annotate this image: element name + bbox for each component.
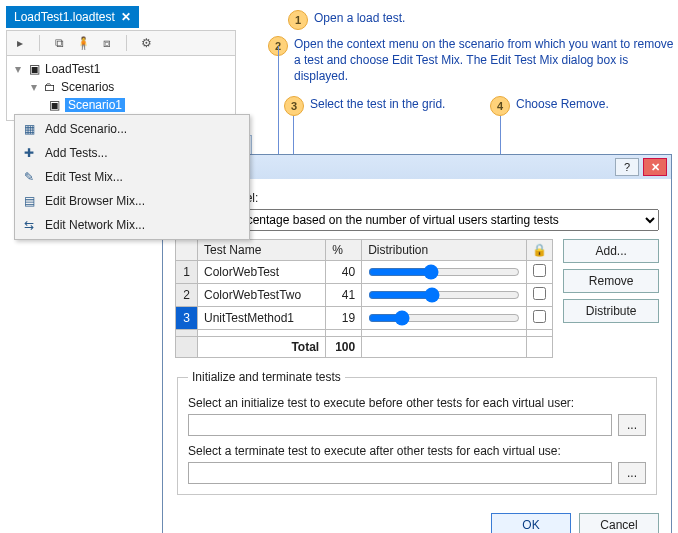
lock-checkbox[interactable] [533, 287, 546, 300]
leader-line [278, 46, 279, 158]
row-index: 1 [176, 261, 198, 284]
help-button[interactable]: ? [615, 158, 639, 176]
col-percent[interactable]: % [326, 240, 362, 261]
tree-node-scenario1[interactable]: Scenario1 [65, 98, 125, 112]
table-row-blank [176, 330, 553, 337]
callout-text-1: Open a load test. [314, 10, 405, 30]
test-mix-grid[interactable]: Test Name % Distribution 🔒 1 ColorWebTes… [175, 239, 553, 358]
col-index [176, 240, 198, 261]
run-icon[interactable]: ▸ [13, 36, 27, 50]
loadtest-tree: ▾ ▣ LoadTest1 ▾ 🗀 Scenarios ▣ Scenario1 [6, 56, 236, 121]
add-scenario-icon: ▦ [21, 121, 37, 137]
close-tab-icon[interactable]: ✕ [121, 10, 131, 24]
ctx-add-scenario[interactable]: ▦ Add Scenario... [15, 117, 249, 141]
edit-test-mix-icon: ✎ [21, 169, 37, 185]
ctx-edit-test-mix[interactable]: ✎ Edit Test Mix... [15, 165, 249, 189]
cell-test-name[interactable]: UnitTestMethod1 [198, 307, 326, 330]
total-label: Total [198, 337, 326, 358]
table-row[interactable]: 1 ColorWebTest 40 [176, 261, 553, 284]
close-button[interactable]: ✕ [643, 158, 667, 176]
callout-badge-4: 4 [490, 96, 510, 116]
document-tab[interactable]: LoadTest1.loadtest ✕ [6, 6, 139, 28]
ctx-edit-network-mix[interactable]: ⇆ Edit Network Mix... [15, 213, 249, 237]
cell-slider[interactable] [362, 261, 527, 284]
init-label: Select an initialize test to execute bef… [188, 396, 646, 410]
counter-icon[interactable]: ⧉ [52, 36, 66, 50]
scenario-context-menu: ▦ Add Scenario... ✚ Add Tests... ✎ Edit … [14, 114, 250, 240]
cell-percent[interactable]: 41 [326, 284, 362, 307]
toolbar-separator [126, 35, 127, 51]
settings-icon[interactable]: ⚙ [139, 36, 153, 50]
loadtest-toolbar: ▸ ⧉ 🧍 ⧈ ⚙ [6, 30, 236, 56]
callout-text-4: Choose Remove. [516, 96, 609, 116]
col-lock-icon: 🔒 [527, 240, 553, 261]
distribution-slider[interactable] [368, 264, 520, 280]
distribute-button[interactable]: Distribute [563, 299, 659, 323]
ctx-label: Edit Test Mix... [45, 170, 123, 184]
init-test-input[interactable] [188, 414, 612, 436]
callout-badge-3: 3 [284, 96, 304, 116]
tree-node-scenarios[interactable]: Scenarios [61, 80, 114, 94]
tree-toggle[interactable]: ▾ [13, 62, 23, 76]
edit-browser-mix-icon: ▤ [21, 193, 37, 209]
lock-checkbox[interactable] [533, 264, 546, 277]
cell-test-name[interactable]: ColorWebTestTwo [198, 284, 326, 307]
ctx-edit-browser-mix[interactable]: ▤ Edit Browser Mix... [15, 189, 249, 213]
cell-test-name[interactable]: ColorWebTest [198, 261, 326, 284]
add-button[interactable]: Add... [563, 239, 659, 263]
cell-percent[interactable]: 19 [326, 307, 362, 330]
edit-network-mix-icon: ⇆ [21, 217, 37, 233]
init-terminate-legend: Initialize and terminate tests [188, 370, 345, 384]
browser-icon[interactable]: ⧈ [100, 36, 114, 50]
cell-slider[interactable] [362, 307, 527, 330]
distribution-slider[interactable] [368, 287, 520, 303]
folder-icon: 🗀 [43, 81, 57, 93]
remove-button[interactable]: Remove [563, 269, 659, 293]
total-value: 100 [326, 337, 362, 358]
cancel-button[interactable]: Cancel [579, 513, 659, 533]
col-distribution[interactable]: Distribution [362, 240, 527, 261]
init-terminate-group: Initialize and terminate tests Select an… [177, 370, 657, 495]
callout-text-3: Select the test in the grid. [310, 96, 445, 116]
row-index-selected: 3 [176, 307, 198, 330]
term-label: Select a terminate test to execute after… [188, 444, 646, 458]
ok-button[interactable]: OK [491, 513, 571, 533]
cell-percent[interactable]: 40 [326, 261, 362, 284]
document-tab-title: LoadTest1.loadtest [14, 10, 115, 24]
scenario-node-icon: ▣ [47, 99, 61, 111]
ctx-label: Edit Browser Mix... [45, 194, 145, 208]
term-test-input[interactable] [188, 462, 612, 484]
tree-node-root[interactable]: LoadTest1 [45, 62, 100, 76]
callout-badge-1: 1 [288, 10, 308, 30]
lock-checkbox[interactable] [533, 310, 546, 323]
scenario-icon[interactable]: 🧍 [76, 36, 90, 50]
cell-lock[interactable] [527, 307, 553, 330]
ctx-label: Add Scenario... [45, 122, 127, 136]
distribution-slider[interactable] [368, 310, 520, 326]
row-index: 2 [176, 284, 198, 307]
tree-toggle[interactable]: ▾ [29, 80, 39, 94]
toolbar-separator [39, 35, 40, 51]
term-browse-button[interactable]: ... [618, 462, 646, 484]
cell-lock[interactable] [527, 284, 553, 307]
table-row-total: Total 100 [176, 337, 553, 358]
callout-text-2: Open the context menu on the scenario fr… [294, 36, 674, 85]
ctx-add-tests[interactable]: ✚ Add Tests... [15, 141, 249, 165]
col-test-name[interactable]: Test Name [198, 240, 326, 261]
row-index [176, 330, 198, 337]
ctx-label: Edit Network Mix... [45, 218, 145, 232]
table-row[interactable]: 2 ColorWebTestTwo 41 [176, 284, 553, 307]
cell-lock[interactable] [527, 261, 553, 284]
add-tests-icon: ✚ [21, 145, 37, 161]
loadtest-icon: ▣ [27, 63, 41, 75]
table-row[interactable]: 3 UnitTestMethod1 19 [176, 307, 553, 330]
cell-slider[interactable] [362, 284, 527, 307]
ctx-label: Add Tests... [45, 146, 107, 160]
init-browse-button[interactable]: ... [618, 414, 646, 436]
